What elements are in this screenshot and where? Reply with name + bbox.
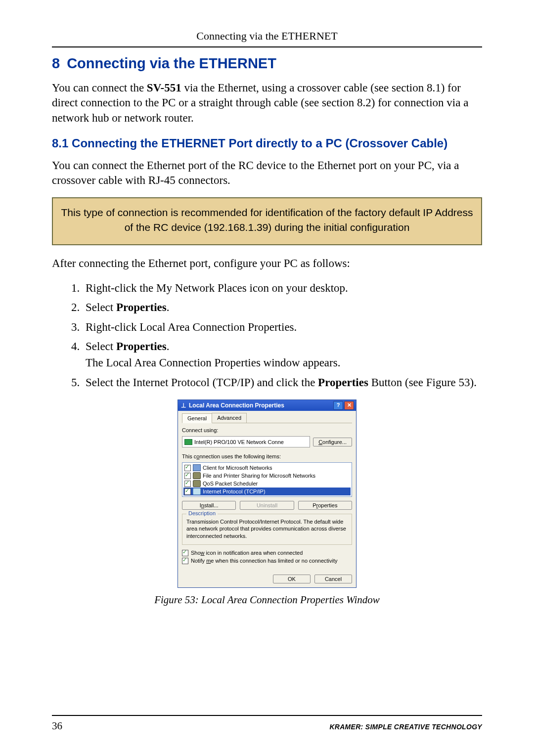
notify-checkbox-row[interactable]: Notify me when this connection has limit… xyxy=(182,558,352,564)
callout-box: This type of connection is recommended f… xyxy=(52,197,482,245)
help-button[interactable]: ? xyxy=(333,401,343,410)
notify-label: Notify me when this connection has limit… xyxy=(191,558,338,564)
list-item[interactable]: File and Printer Sharing for Microsoft N… xyxy=(183,472,351,480)
section-intro: You can connect the SV-551 via the Ether… xyxy=(52,81,482,126)
list-item[interactable]: Internet Protocol (TCP/IP) xyxy=(183,488,351,495)
dialog-titlebar[interactable]: ⊥ Local Area Connection Properties ? ✕ xyxy=(178,400,356,411)
tab-general[interactable]: General xyxy=(182,413,212,423)
dialog-window: ⊥ Local Area Connection Properties ? ✕ G… xyxy=(178,400,356,588)
checkbox-icon[interactable] xyxy=(182,550,188,556)
dialog-footer: OK Cancel xyxy=(178,571,356,587)
step-3: Right-click Local Area Connection Proper… xyxy=(83,319,482,335)
section-title: Connecting via the ETHERNET xyxy=(67,55,276,71)
step-2: Select Properties. xyxy=(83,299,482,315)
subsection-heading: 8.1 Connecting the ETHERNET Port directl… xyxy=(52,136,482,150)
checkbox-icon[interactable] xyxy=(184,489,191,495)
connect-using-label: Connect using: xyxy=(182,427,352,433)
subsection-body: You can connect the Ethernet port of the… xyxy=(52,158,482,188)
footer-brand: KRAMER: SIMPLE CREATIVE TECHNOLOGY xyxy=(329,723,482,731)
properties-button[interactable]: Properties xyxy=(298,501,352,510)
checkbox-icon[interactable] xyxy=(184,465,191,471)
description-legend: Description xyxy=(186,510,218,516)
cancel-button[interactable]: Cancel xyxy=(314,575,352,583)
footer-rule xyxy=(52,715,482,716)
checkbox-icon[interactable] xyxy=(184,481,191,487)
subsection-number: 8.1 xyxy=(52,136,68,150)
tab-panel-general: Connect using: Intel(R) PRO/100 VE Netwo… xyxy=(182,427,352,564)
tcpip-icon xyxy=(193,488,201,495)
system-menu-icon[interactable]: ⊥ xyxy=(181,402,186,409)
header-rule xyxy=(52,46,482,47)
adapter-field[interactable]: Intel(R) PRO/100 VE Network Conne xyxy=(182,436,310,447)
uninstall-button[interactable]: Uninstall xyxy=(240,501,294,510)
step-1: Right-click the My Network Places icon o… xyxy=(83,280,482,296)
list-item-label: QoS Packet Scheduler xyxy=(203,481,258,487)
running-header: Connecting via the ETHERNET xyxy=(52,30,482,43)
file-sharing-icon xyxy=(193,472,201,479)
show-icon-label: Show icon in notification area when conn… xyxy=(191,550,303,556)
show-icon-checkbox-row[interactable]: Show icon in notification area when conn… xyxy=(182,550,352,556)
page-number: 36 xyxy=(52,720,62,732)
steps-list: Right-click the My Network Places icon o… xyxy=(70,280,482,391)
items-listbox[interactable]: Client for Microsoft Networks File and P… xyxy=(182,462,352,497)
checkbox-icon[interactable] xyxy=(184,473,191,479)
subsection-title: Connecting the ETHERNET Port directly to… xyxy=(72,136,447,150)
section-number: 8 xyxy=(52,55,60,72)
list-item[interactable]: QoS Packet Scheduler xyxy=(183,480,351,488)
page-footer: 36 KRAMER: SIMPLE CREATIVE TECHNOLOGY xyxy=(52,715,482,732)
configure-button[interactable]: Configure... xyxy=(313,438,352,446)
ok-button[interactable]: OK xyxy=(273,575,311,583)
step-5: Select the Internet Protocol (TCP/IP) an… xyxy=(83,374,482,391)
dialog-title: Local Area Connection Properties xyxy=(189,402,332,409)
after-callout: After connecting the Ethernet port, conf… xyxy=(52,256,482,271)
section-heading: 8Connecting via the ETHERNET xyxy=(52,55,482,72)
adapter-name: Intel(R) PRO/100 VE Network Conne xyxy=(194,439,284,445)
checkbox-icon[interactable] xyxy=(182,558,188,564)
qos-icon xyxy=(193,480,201,487)
description-group: Description Transmission Control Protoco… xyxy=(182,514,352,545)
tab-advanced[interactable]: Advanced xyxy=(212,413,247,423)
client-icon xyxy=(193,464,201,471)
list-item-label: Internet Protocol (TCP/IP) xyxy=(203,489,266,494)
dialog-tabs: General Advanced xyxy=(182,413,352,423)
uses-label: This connection uses the following items… xyxy=(182,453,352,459)
close-button[interactable]: ✕ xyxy=(344,401,354,410)
step-4: Select Properties. The Local Area Connec… xyxy=(83,338,482,371)
description-text: Transmission Control Protocol/Internet P… xyxy=(186,518,348,539)
list-item-label: File and Printer Sharing for Microsoft N… xyxy=(203,473,315,479)
list-item-label: Client for Microsoft Networks xyxy=(203,465,272,471)
figure-caption: Figure 53: Local Area Connection Propert… xyxy=(52,594,482,606)
list-item[interactable]: Client for Microsoft Networks xyxy=(183,464,351,472)
nic-icon xyxy=(184,439,192,445)
install-button[interactable]: Install... xyxy=(182,501,236,510)
